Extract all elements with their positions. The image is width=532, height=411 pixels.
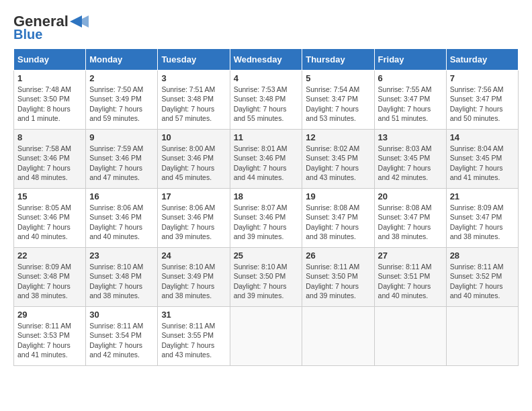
day-content: Sunrise: 7:48 AMSunset: 3:50 PMDaylight:… <box>17 85 82 123</box>
calendar-cell: 25Sunrise: 8:10 AMSunset: 3:50 PMDayligh… <box>230 248 302 307</box>
calendar-cell <box>302 307 374 366</box>
day-number: 20 <box>378 191 443 201</box>
day-content: Sunrise: 8:02 AMSunset: 3:45 PMDaylight:… <box>306 144 370 182</box>
day-content: Sunrise: 8:08 AMSunset: 3:47 PMDaylight:… <box>378 203 443 241</box>
day-content: Sunrise: 8:10 AMSunset: 3:50 PMDaylight:… <box>234 262 299 300</box>
day-content: Sunrise: 8:06 AMSunset: 3:46 PMDaylight:… <box>89 203 154 241</box>
week-row-1: 1Sunrise: 7:48 AMSunset: 3:50 PMDaylight… <box>14 71 519 130</box>
calendar-cell: 18Sunrise: 8:07 AMSunset: 3:46 PMDayligh… <box>230 189 302 248</box>
calendar-cell: 27Sunrise: 8:11 AMSunset: 3:51 PMDayligh… <box>374 248 446 307</box>
day-number: 10 <box>161 132 226 142</box>
col-header-wednesday: Wednesday <box>230 49 302 71</box>
day-number: 22 <box>17 250 82 261</box>
day-content: Sunrise: 7:53 AMSunset: 3:48 PMDaylight:… <box>234 85 299 123</box>
calendar-cell: 13Sunrise: 8:03 AMSunset: 3:45 PMDayligh… <box>374 130 446 189</box>
day-number: 28 <box>450 250 515 261</box>
day-content: Sunrise: 8:09 AMSunset: 3:47 PMDaylight:… <box>450 203 515 241</box>
calendar-cell: 5Sunrise: 7:54 AMSunset: 3:47 PMDaylight… <box>302 71 374 130</box>
calendar-cell: 21Sunrise: 8:09 AMSunset: 3:47 PMDayligh… <box>446 189 518 248</box>
day-content: Sunrise: 7:56 AMSunset: 3:47 PMDaylight:… <box>450 85 515 123</box>
calendar-cell: 9Sunrise: 7:59 AMSunset: 3:46 PMDaylight… <box>86 130 158 189</box>
calendar-cell: 4Sunrise: 7:53 AMSunset: 3:48 PMDaylight… <box>230 71 302 130</box>
calendar-cell: 12Sunrise: 8:02 AMSunset: 3:45 PMDayligh… <box>302 130 374 189</box>
calendar-cell: 24Sunrise: 8:10 AMSunset: 3:49 PMDayligh… <box>158 248 230 307</box>
calendar-table: SundayMondayTuesdayWednesdayThursdayFrid… <box>13 48 519 366</box>
day-number: 2 <box>89 73 154 83</box>
col-header-monday: Monday <box>86 49 158 71</box>
day-number: 11 <box>234 132 299 142</box>
day-content: Sunrise: 8:00 AMSunset: 3:46 PMDaylight:… <box>161 144 226 182</box>
day-number: 12 <box>306 132 370 142</box>
week-row-3: 15Sunrise: 8:05 AMSunset: 3:46 PMDayligh… <box>14 189 519 248</box>
col-header-tuesday: Tuesday <box>158 49 230 71</box>
calendar-cell: 8Sunrise: 7:58 AMSunset: 3:46 PMDaylight… <box>14 130 86 189</box>
day-number: 13 <box>378 132 443 142</box>
col-header-friday: Friday <box>374 49 446 71</box>
day-content: Sunrise: 8:05 AMSunset: 3:46 PMDaylight:… <box>17 203 82 241</box>
day-number: 25 <box>234 250 299 261</box>
calendar-cell: 28Sunrise: 8:11 AMSunset: 3:52 PMDayligh… <box>446 248 518 307</box>
day-content: Sunrise: 8:10 AMSunset: 3:49 PMDaylight:… <box>161 262 226 300</box>
calendar-cell: 22Sunrise: 8:09 AMSunset: 3:48 PMDayligh… <box>14 248 86 307</box>
day-number: 17 <box>161 191 226 201</box>
logo-blue-text: Blue <box>13 27 42 42</box>
calendar-cell: 1Sunrise: 7:48 AMSunset: 3:50 PMDaylight… <box>14 71 86 130</box>
day-content: Sunrise: 8:10 AMSunset: 3:48 PMDaylight:… <box>89 262 154 300</box>
day-number: 8 <box>17 132 82 142</box>
day-content: Sunrise: 8:11 AMSunset: 3:55 PMDaylight:… <box>161 321 226 359</box>
calendar-cell: 30Sunrise: 8:11 AMSunset: 3:54 PMDayligh… <box>86 307 158 366</box>
calendar-cell: 3Sunrise: 7:51 AMSunset: 3:48 PMDaylight… <box>158 71 230 130</box>
day-content: Sunrise: 8:04 AMSunset: 3:45 PMDaylight:… <box>450 144 515 182</box>
calendar-cell: 10Sunrise: 8:00 AMSunset: 3:46 PMDayligh… <box>158 130 230 189</box>
day-number: 14 <box>450 132 515 142</box>
calendar-body: 1Sunrise: 7:48 AMSunset: 3:50 PMDaylight… <box>14 71 519 366</box>
day-number: 18 <box>234 191 299 201</box>
day-content: Sunrise: 8:08 AMSunset: 3:47 PMDaylight:… <box>306 203 370 241</box>
day-number: 23 <box>89 250 154 261</box>
day-content: Sunrise: 7:51 AMSunset: 3:48 PMDaylight:… <box>161 85 226 123</box>
day-content: Sunrise: 7:55 AMSunset: 3:47 PMDaylight:… <box>378 85 443 123</box>
calendar-cell: 23Sunrise: 8:10 AMSunset: 3:48 PMDayligh… <box>86 248 158 307</box>
day-number: 27 <box>378 250 443 261</box>
day-content: Sunrise: 8:11 AMSunset: 3:52 PMDaylight:… <box>450 262 515 300</box>
calendar-cell: 29Sunrise: 8:11 AMSunset: 3:53 PMDayligh… <box>14 307 86 366</box>
day-number: 4 <box>234 73 299 83</box>
day-number: 6 <box>378 73 443 83</box>
day-content: Sunrise: 8:09 AMSunset: 3:48 PMDaylight:… <box>17 262 82 300</box>
col-header-saturday: Saturday <box>446 49 518 71</box>
calendar-cell: 14Sunrise: 8:04 AMSunset: 3:45 PMDayligh… <box>446 130 518 189</box>
day-content: Sunrise: 8:11 AMSunset: 3:51 PMDaylight:… <box>378 262 443 300</box>
day-number: 31 <box>161 310 226 320</box>
calendar-cell: 6Sunrise: 7:55 AMSunset: 3:47 PMDaylight… <box>374 71 446 130</box>
calendar-cell: 17Sunrise: 8:06 AMSunset: 3:46 PMDayligh… <box>158 189 230 248</box>
day-content: Sunrise: 8:07 AMSunset: 3:46 PMDaylight:… <box>234 203 299 241</box>
calendar-cell: 26Sunrise: 8:11 AMSunset: 3:50 PMDayligh… <box>302 248 374 307</box>
calendar-cell <box>374 307 446 366</box>
day-number: 19 <box>306 191 370 201</box>
day-content: Sunrise: 8:03 AMSunset: 3:45 PMDaylight:… <box>378 144 443 182</box>
day-number: 26 <box>306 250 370 261</box>
day-number: 29 <box>17 310 82 320</box>
day-number: 9 <box>89 132 154 142</box>
logo-arrow-icon <box>70 15 90 28</box>
week-row-5: 29Sunrise: 8:11 AMSunset: 3:53 PMDayligh… <box>14 307 519 366</box>
calendar-cell <box>446 307 518 366</box>
day-number: 30 <box>89 310 154 320</box>
col-header-sunday: Sunday <box>14 49 86 71</box>
calendar-cell: 15Sunrise: 8:05 AMSunset: 3:46 PMDayligh… <box>14 189 86 248</box>
calendar-cell: 11Sunrise: 8:01 AMSunset: 3:46 PMDayligh… <box>230 130 302 189</box>
day-content: Sunrise: 8:06 AMSunset: 3:46 PMDaylight:… <box>161 203 226 241</box>
day-content: Sunrise: 8:01 AMSunset: 3:46 PMDaylight:… <box>234 144 299 182</box>
calendar-cell: 20Sunrise: 8:08 AMSunset: 3:47 PMDayligh… <box>374 189 446 248</box>
day-number: 3 <box>161 73 226 83</box>
column-headers-row: SundayMondayTuesdayWednesdayThursdayFrid… <box>14 49 519 71</box>
day-number: 5 <box>306 73 370 83</box>
day-number: 1 <box>17 73 82 83</box>
calendar-cell: 19Sunrise: 8:08 AMSunset: 3:47 PMDayligh… <box>302 189 374 248</box>
day-content: Sunrise: 7:54 AMSunset: 3:47 PMDaylight:… <box>306 85 370 123</box>
day-content: Sunrise: 7:50 AMSunset: 3:49 PMDaylight:… <box>89 85 154 123</box>
header: General Blue <box>13 13 519 42</box>
logo: General Blue <box>13 13 90 42</box>
day-content: Sunrise: 8:11 AMSunset: 3:53 PMDaylight:… <box>17 321 82 359</box>
calendar-cell: 2Sunrise: 7:50 AMSunset: 3:49 PMDaylight… <box>86 71 158 130</box>
